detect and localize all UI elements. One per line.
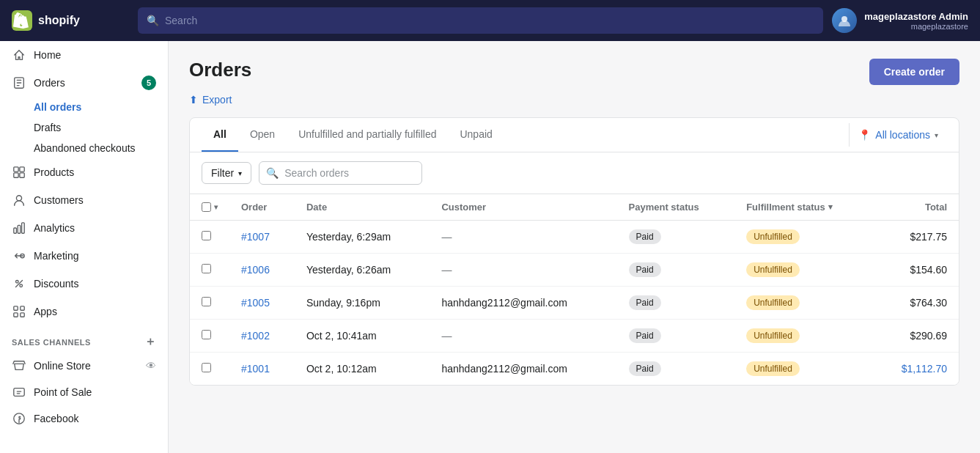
row-customer: — (430, 254, 616, 287)
row-checkbox-cell (190, 353, 229, 386)
table-row: #1006 Yesterday, 6:26am — Paid Unfulfill… (190, 254, 959, 287)
svg-rect-3 (14, 167, 18, 172)
location-filter[interactable]: 📍 All locations ▾ (849, 123, 947, 147)
filter-button[interactable]: Filter ▾ (202, 162, 251, 184)
order-link[interactable]: #1006 (241, 264, 270, 276)
products-icon (12, 165, 26, 180)
sidebar-item-apps[interactable]: Apps (0, 298, 168, 325)
fulfillment-status-badge: Unfulfilled (746, 262, 800, 277)
logo-text: shopify (38, 14, 80, 27)
sidebar-item-marketing[interactable]: Marketing (0, 242, 168, 270)
row-checkbox[interactable] (202, 330, 211, 339)
sidebar-item-facebook[interactable]: Facebook (0, 405, 168, 432)
row-checkbox[interactable] (202, 297, 211, 306)
sidebar-item-online-store[interactable]: Online Store 👁 (0, 353, 168, 379)
row-payment-status: Paid (617, 287, 735, 320)
row-fulfillment-status: Unfulfilled (734, 287, 872, 320)
svg-rect-10 (22, 223, 25, 233)
tab-open[interactable]: Open (238, 118, 287, 152)
add-channel-icon[interactable]: ＋ (144, 334, 157, 350)
row-checkbox[interactable] (202, 363, 211, 372)
svg-rect-16 (14, 313, 18, 317)
orders-table: ▾ Order Date Customer Payment status Ful… (190, 194, 959, 385)
search-orders-icon: 🔍 (266, 167, 279, 179)
sidebar-item-home[interactable]: Home (0, 41, 168, 69)
row-total: $217.75 (872, 221, 959, 254)
table-row: #1001 Oct 2, 10:12am hanhdang2112@gmail.… (190, 353, 959, 386)
page-header: Orders Create order (189, 59, 959, 85)
total-value: $217.75 (910, 231, 947, 243)
facebook-icon (12, 411, 26, 426)
th-fulfillment-status[interactable]: Fulfillment status ▾ (734, 194, 872, 221)
eye-icon[interactable]: 👁 (146, 360, 156, 372)
sidebar-item-analytics[interactable]: Analytics (0, 214, 168, 242)
page-title-area: Orders (189, 59, 251, 81)
svg-point-13 (20, 284, 23, 287)
row-checkbox-cell (190, 254, 229, 287)
sidebar-item-products[interactable]: Products (0, 158, 168, 186)
logo[interactable]: shopify (12, 10, 129, 31)
search-bar[interactable]: 🔍 (138, 7, 823, 34)
th-date: Date (295, 194, 430, 221)
order-link[interactable]: #1007 (241, 231, 270, 243)
export-row[interactable]: ⬆ Export (189, 94, 959, 106)
row-fulfillment-status: Unfulfilled (734, 254, 872, 287)
user-name: mageplazastore Admin (864, 11, 968, 22)
order-link[interactable]: #1002 (241, 330, 270, 342)
row-date: Sunday, 9:16pm (295, 287, 430, 320)
avatar[interactable] (832, 8, 857, 33)
row-checkbox[interactable] (202, 231, 211, 240)
search-orders-wrapper: 🔍 (259, 161, 947, 185)
sidebar-item-discounts[interactable]: Discounts (0, 270, 168, 298)
fulfillment-status-badge: Unfulfilled (746, 361, 800, 376)
sidebar-label-apps: Apps (34, 306, 156, 317)
row-order: #1001 (229, 353, 295, 386)
search-input[interactable] (165, 15, 814, 26)
row-payment-status: Paid (617, 320, 735, 353)
total-value: $290.69 (910, 330, 947, 342)
svg-rect-17 (21, 313, 24, 317)
payment-status-badge: Paid (629, 262, 661, 277)
search-icon: 🔍 (147, 15, 159, 26)
tab-all[interactable]: All (202, 118, 238, 152)
tab-unpaid[interactable]: Unpaid (448, 118, 504, 152)
sidebar-item-point-of-sale[interactable]: Point of Sale (0, 379, 168, 405)
sub-item-drafts[interactable]: Drafts (34, 117, 168, 138)
sidebar-label-discounts: Discounts (34, 278, 156, 290)
sidebar-item-customers[interactable]: Customers (0, 186, 168, 214)
row-customer: — (430, 320, 616, 353)
order-link[interactable]: #1001 (241, 363, 270, 375)
search-orders-input[interactable] (259, 161, 422, 185)
tab-unfulfilled[interactable]: Unfulfilled and partially fulfilled (287, 118, 448, 152)
export-label: Export (202, 94, 232, 106)
apps-icon (12, 304, 26, 319)
select-all-checkbox[interactable] (202, 202, 211, 212)
th-total: Total (872, 194, 959, 221)
payment-status-badge: Paid (629, 229, 661, 244)
main-layout: Home Orders 5 All orders Drafts Abandone… (0, 41, 980, 453)
row-date: Oct 2, 10:41am (295, 320, 430, 353)
sidebar-label-products: Products (34, 166, 156, 178)
tabs-left: All Open Unfulfilled and partially fulfi… (202, 118, 504, 152)
create-order-button[interactable]: Create order (869, 59, 959, 85)
discounts-icon (12, 276, 26, 291)
row-customer: hanhdang2112@gmail.com (430, 353, 616, 386)
order-link[interactable]: #1005 (241, 297, 270, 309)
sidebar-item-orders[interactable]: Orders 5 (0, 69, 168, 97)
row-date: Oct 2, 10:12am (295, 353, 430, 386)
fulfillment-status-badge: Unfulfilled (746, 295, 800, 310)
svg-rect-8 (14, 228, 17, 233)
sub-item-all-orders[interactable]: All orders (34, 97, 168, 117)
sidebar-label-marketing: Marketing (34, 250, 156, 262)
row-checkbox[interactable] (202, 264, 211, 273)
sub-item-abandoned[interactable]: Abandoned checkouts (34, 138, 168, 158)
svg-rect-5 (14, 173, 18, 177)
fulfillment-status-badge: Unfulfilled (746, 229, 800, 244)
filter-bar: Filter ▾ 🔍 (190, 152, 959, 194)
filter-label: Filter (211, 167, 234, 179)
row-customer: — (430, 221, 616, 254)
checkbox-chevron-icon[interactable]: ▾ (214, 203, 218, 211)
fulfillment-status-label: Fulfillment status (746, 202, 825, 213)
row-checkbox-cell (190, 287, 229, 320)
row-total: $290.69 (872, 320, 959, 353)
